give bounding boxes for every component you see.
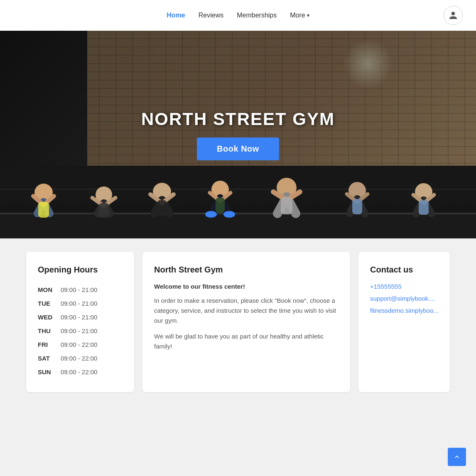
- contact-card: Contact us +15555555 support@simplybook.…: [358, 252, 450, 392]
- chevron-down-icon: ▾: [307, 12, 309, 18]
- hero-section: NORTH STREET GYM Book Now: [0, 31, 476, 238]
- nav-link-more[interactable]: More ▾: [290, 12, 309, 19]
- hours-time: 09:00 - 21:00: [61, 297, 123, 310]
- hours-row: MON09:00 - 21:00: [38, 283, 123, 297]
- about-description1: In order to make a reservation, please c…: [154, 296, 339, 326]
- svg-rect-33: [281, 197, 292, 214]
- hours-row: SUN09:00 - 22:00: [38, 365, 123, 379]
- opening-hours-card: Opening Hours MON09:00 - 21:00TUE09:00 -…: [26, 252, 134, 392]
- user-icon: [449, 11, 458, 20]
- opening-hours-title: Opening Hours: [38, 265, 123, 275]
- svg-rect-27: [216, 198, 225, 213]
- contact-website[interactable]: fitnessdemo.simplyboo...: [370, 307, 438, 314]
- hours-row: THU09:00 - 21:00: [38, 324, 123, 338]
- nav-link-memberships[interactable]: Memberships: [237, 12, 277, 19]
- about-card: North Street Gym Welcome to our fitness …: [142, 252, 350, 392]
- hours-row: SAT09:00 - 22:00: [38, 351, 123, 365]
- hours-day: THU: [38, 324, 61, 338]
- about-description2: We will be glad to have you as part of o…: [154, 331, 339, 351]
- svg-point-24: [223, 211, 235, 218]
- hours-row: WED09:00 - 21:00: [38, 310, 123, 324]
- svg-rect-7: [38, 202, 49, 218]
- svg-rect-13: [99, 203, 109, 218]
- hours-time: 09:00 - 21:00: [61, 283, 123, 297]
- hours-row: FRI09:00 - 22:00: [38, 338, 123, 351]
- contact-phone[interactable]: +15555555: [370, 283, 438, 290]
- nav-links: Home Reviews Memberships More ▾: [167, 12, 309, 19]
- hours-table: MON09:00 - 21:00TUE09:00 - 21:00WED09:00…: [38, 283, 123, 379]
- about-welcome: Welcome to our fitness center!: [154, 283, 339, 290]
- hours-day: SAT: [38, 351, 61, 365]
- hours-time: 09:00 - 21:00: [61, 324, 123, 338]
- hours-day: WED: [38, 310, 61, 324]
- hours-day: FRI: [38, 338, 61, 351]
- hero-title: NORTH STREET GYM: [141, 109, 335, 129]
- hours-time: 09:00 - 22:00: [61, 338, 123, 351]
- book-now-button[interactable]: Book Now: [197, 137, 279, 160]
- hours-row: TUE09:00 - 21:00: [38, 297, 123, 310]
- contact-email[interactable]: support@simplybook....: [370, 295, 438, 302]
- hours-day: TUE: [38, 297, 61, 310]
- hours-time: 09:00 - 22:00: [61, 365, 123, 379]
- svg-rect-0: [0, 213, 476, 238]
- hours-day: SUN: [38, 365, 61, 379]
- hours-time: 09:00 - 21:00: [61, 310, 123, 324]
- navbar: Home Reviews Memberships More ▾: [0, 0, 476, 31]
- hours-day: MON: [38, 283, 61, 297]
- cards-section: Opening Hours MON09:00 - 21:00TUE09:00 -…: [0, 238, 476, 409]
- avatar[interactable]: [444, 6, 463, 25]
- svg-rect-19: [157, 200, 167, 216]
- hours-time: 09:00 - 22:00: [61, 351, 123, 365]
- svg-rect-1: [0, 213, 476, 214]
- svg-point-23: [205, 211, 217, 218]
- nav-link-home[interactable]: Home: [167, 12, 185, 19]
- contact-title: Contact us: [370, 265, 438, 275]
- hero-content: NORTH STREET GYM Book Now: [141, 109, 335, 160]
- svg-rect-39: [352, 199, 362, 214]
- about-title: North Street Gym: [154, 265, 339, 275]
- svg-rect-45: [419, 200, 429, 215]
- nav-link-reviews[interactable]: Reviews: [199, 12, 223, 19]
